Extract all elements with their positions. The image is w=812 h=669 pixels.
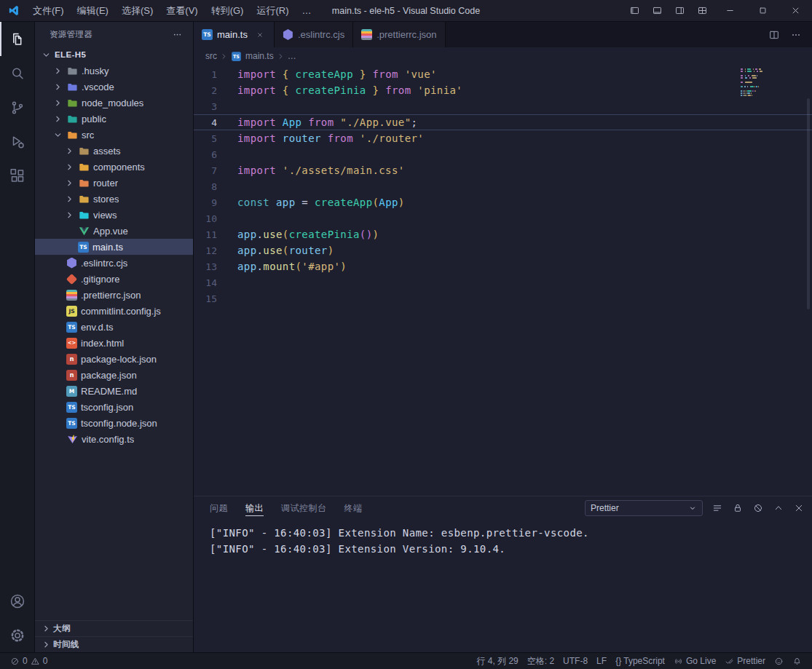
tree-item-app-vue[interactable]: App.vue: [35, 223, 193, 239]
clear-output-icon[interactable]: [752, 502, 764, 514]
menu-item-转到-g[interactable]: 转到(G): [205, 0, 251, 21]
tree-item-prettierrc-json[interactable]: .prettierrc.json: [35, 287, 193, 303]
code-line[interactable]: 4import App from "./App.vue";: [194, 114, 812, 130]
layout-customize-button[interactable]: [691, 0, 714, 21]
code-line[interactable]: 10: [194, 210, 812, 226]
tree-item-src[interactable]: src: [35, 127, 193, 143]
close-panel-icon[interactable]: [793, 502, 805, 514]
menu-item-item[interactable]: …: [295, 0, 318, 21]
code-line[interactable]: 6: [194, 146, 812, 162]
tree-item-package-json[interactable]: package.json: [35, 367, 193, 383]
tree-item-readme-md[interactable]: README.md: [35, 383, 193, 399]
tree-item-vscode[interactable]: .vscode: [35, 79, 193, 95]
layout-sidebar-right-button[interactable]: [669, 0, 691, 21]
code-line[interactable]: 12app.use(router): [194, 242, 812, 258]
code-line[interactable]: 3: [194, 98, 812, 114]
tree-item-router[interactable]: router: [35, 175, 193, 191]
panel-tab-终端[interactable]: 终端: [344, 496, 363, 520]
tree-item-package-lock-json[interactable]: package-lock.json: [35, 351, 193, 367]
more-actions-icon[interactable]: [790, 29, 802, 41]
code-line[interactable]: 9const app = createApp(App): [194, 194, 812, 210]
code-line[interactable]: 15: [194, 290, 812, 306]
close-icon[interactable]: [254, 29, 266, 41]
output-log[interactable]: ["INFO" - 16:40:03] Extension Name: esbe…: [194, 520, 812, 652]
problems-status[interactable]: 00: [6, 653, 52, 669]
tree-item-husky[interactable]: .husky: [35, 63, 193, 79]
tree-item-label: env.d.ts: [81, 322, 114, 333]
tree-item-main-ts[interactable]: main.ts: [35, 239, 193, 255]
filter-lines-icon[interactable]: [712, 502, 723, 514]
eol[interactable]: LF: [592, 653, 611, 669]
debug-icon[interactable]: [0, 124, 35, 159]
menu-item-选择-s[interactable]: 选择(S): [115, 0, 159, 21]
menu-item-编辑-e[interactable]: 编辑(E): [71, 0, 115, 21]
cursor-position[interactable]: 行 4, 列 29: [472, 653, 522, 669]
close-button[interactable]: [779, 0, 812, 21]
menu-item-查看-v[interactable]: 查看(V): [159, 0, 204, 21]
activity-bar-bottom: [0, 584, 34, 652]
breadcrumb-item-item[interactable]: …: [288, 51, 296, 61]
tree-item-ele-h5[interactable]: ELE-H5: [35, 47, 193, 63]
panel-tab-问题[interactable]: 问题: [210, 496, 228, 520]
code-line[interactable]: 14: [194, 274, 812, 290]
lock-icon[interactable]: [732, 502, 744, 514]
layout-panel-button[interactable]: [646, 0, 669, 21]
menu-item-运行-r[interactable]: 运行(R): [250, 0, 295, 21]
tree-item-tsconfig-json[interactable]: tsconfig.json: [35, 399, 193, 415]
section-时间线[interactable]: 时间线: [35, 636, 193, 652]
tree-item-tsconfig-node-json[interactable]: tsconfig.node.json: [35, 415, 193, 431]
notifications[interactable]: [788, 653, 806, 669]
language-mode[interactable]: {} TypeScript: [611, 653, 669, 669]
settings-icon[interactable]: [0, 618, 35, 652]
panel-tab-输出[interactable]: 输出: [245, 496, 264, 520]
tab-prettierrc-json[interactable]: .prettierrc.json: [353, 22, 445, 47]
code-line[interactable]: 7import './assets/main.css': [194, 162, 812, 178]
breadcrumb-item-main-ts[interactable]: main.ts: [231, 51, 274, 62]
scm-icon[interactable]: [0, 90, 35, 124]
tree-item-eslintrc-cjs[interactable]: .eslintrc.cjs: [35, 255, 193, 271]
tree-item-public[interactable]: public: [35, 111, 193, 127]
breadcrumb-item-src[interactable]: src: [205, 51, 217, 61]
tree-item-gitignore[interactable]: .gitignore: [35, 271, 193, 287]
panel-tab-调试控制台[interactable]: 调试控制台: [281, 496, 327, 520]
more-actions-icon[interactable]: [170, 27, 184, 41]
encoding[interactable]: UTF-8: [559, 653, 592, 669]
explorer-icon[interactable]: [0, 22, 35, 56]
code-line[interactable]: 8: [194, 178, 812, 194]
tree-item-index-html[interactable]: index.html: [35, 335, 193, 351]
code-line[interactable]: 11app.use(createPinia()): [194, 226, 812, 242]
code-line[interactable]: 1import { createApp } from 'vue': [194, 66, 812, 82]
section-大纲[interactable]: 大纲: [35, 620, 193, 636]
code-line[interactable]: 5import router from './router': [194, 130, 812, 146]
menu-item-文件-f[interactable]: 文件(F): [26, 0, 71, 21]
tree-item-node-modules[interactable]: node_modules: [35, 95, 193, 111]
tree-item-views[interactable]: views: [35, 207, 193, 223]
prettier-status[interactable]: Prettier: [720, 653, 770, 669]
tree-item-assets[interactable]: assets: [35, 143, 193, 159]
tab-main-ts[interactable]: main.ts: [194, 22, 275, 47]
minimap[interactable]: [741, 68, 776, 100]
feedback[interactable]: [770, 653, 788, 669]
code-line[interactable]: 2import { createPinia } from 'pinia': [194, 82, 812, 98]
maximize-panel-icon[interactable]: [773, 502, 784, 514]
maximize-button[interactable]: [746, 0, 779, 21]
editor-scrollbar[interactable]: [807, 98, 810, 309]
tree-item-stores[interactable]: stores: [35, 191, 193, 207]
account-icon[interactable]: [0, 584, 35, 618]
layout-sidebar-left-button[interactable]: [623, 0, 646, 21]
tree-item-commitlint-config-js[interactable]: commitlint.config.js: [35, 303, 193, 319]
breadcrumb[interactable]: srcmain.ts…: [194, 47, 812, 65]
output-channel-select[interactable]: Prettier: [585, 500, 703, 516]
tab-eslintrc-cjs[interactable]: .eslintrc.cjs: [275, 22, 353, 47]
editor-pane[interactable]: 1import { createApp } from 'vue'2import …: [194, 65, 812, 496]
code-line[interactable]: 13app.mount('#app'): [194, 258, 812, 274]
go-live[interactable]: Go Live: [669, 653, 720, 669]
split-editor-icon[interactable]: [768, 29, 780, 41]
tree-item-vite-config-ts[interactable]: vite.config.ts: [35, 431, 193, 447]
indentation[interactable]: 空格: 2: [523, 653, 559, 669]
extensions-icon[interactable]: [0, 159, 35, 193]
tree-item-components[interactable]: components: [35, 159, 193, 175]
tree-item-env-d-ts[interactable]: env.d.ts: [35, 319, 193, 335]
minimize-button[interactable]: [714, 0, 746, 21]
search-icon[interactable]: [0, 56, 35, 90]
